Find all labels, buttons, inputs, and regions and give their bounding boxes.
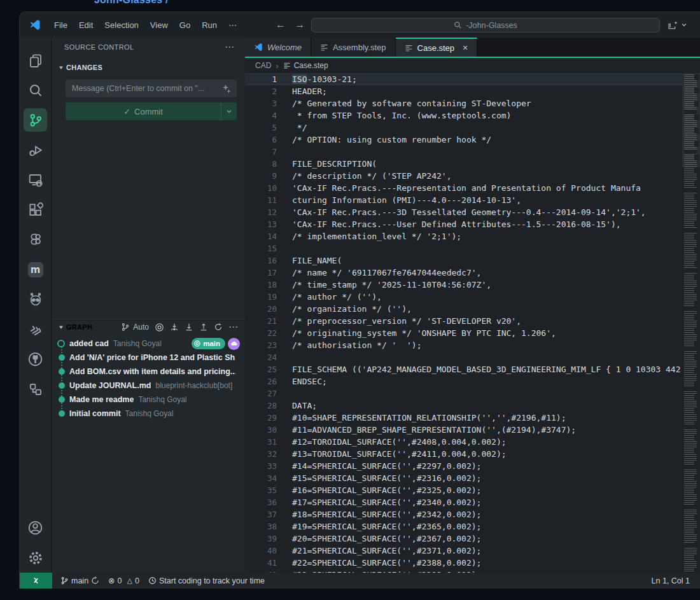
code-line[interactable]: 27 bbox=[245, 387, 682, 400]
graph-more-icon[interactable]: ⋯ bbox=[228, 321, 239, 333]
activity-triple-arrow-extension[interactable] bbox=[20, 314, 50, 344]
code-line[interactable]: 28DATA; bbox=[245, 400, 682, 412]
code-line[interactable]: 3/* Generated by software containing ST-… bbox=[245, 97, 682, 109]
code-line[interactable]: 40#21=SPHERICAL_SURFACE('',#2371,0.002); bbox=[245, 545, 682, 557]
menu-selection[interactable]: Selection bbox=[99, 18, 144, 32]
code-line[interactable]: 25FILE_SCHEMA (('AP242_MANAGED_MODEL_BAS… bbox=[245, 363, 682, 375]
code-line[interactable]: 16FILE_NAME( bbox=[245, 255, 682, 267]
activity-extensions[interactable] bbox=[20, 195, 50, 225]
background-repo-link[interactable]: John-Glasses / bbox=[94, 0, 169, 6]
code-line[interactable]: 34#15=SPHERICAL_SURFACE('',#2316,0.002); bbox=[245, 472, 682, 484]
activity-search[interactable] bbox=[20, 75, 50, 105]
code-line[interactable]: 11cturing Information (PMI)---4.0---2014… bbox=[245, 194, 682, 206]
code-line[interactable]: 35#16=SPHERICAL_SURFACE('',#2325,0.002); bbox=[245, 484, 682, 496]
code-line[interactable]: 5 */ bbox=[245, 122, 682, 134]
code-line[interactable]: 8FILE_DESCRIPTION( bbox=[245, 158, 682, 170]
menu-file[interactable]: File bbox=[48, 18, 73, 32]
commit-row[interactable]: Made me readmeTanishq Goyal bbox=[52, 393, 245, 407]
menu-run[interactable]: Run bbox=[196, 18, 223, 32]
account-button[interactable] bbox=[20, 513, 50, 543]
code-line[interactable]: 33#14=SPHERICAL_SURFACE('',#2297,0.002); bbox=[245, 460, 682, 472]
activity-remote-explorer[interactable] bbox=[20, 165, 50, 195]
code-line[interactable]: 31#12=TOROIDAL_SURFACE('',#2408,0.004,0.… bbox=[245, 436, 682, 448]
branch-badge[interactable]: main bbox=[192, 338, 225, 349]
code-line[interactable]: 37#18=SPHERICAL_SURFACE('',#2342,0.002); bbox=[245, 508, 682, 520]
minimap[interactable] bbox=[682, 73, 700, 573]
settings-button[interactable] bbox=[20, 543, 50, 573]
code-line[interactable]: 10'CAx-IF Rec.Pracs.---Representation an… bbox=[245, 182, 682, 194]
commit-row[interactable]: Initial commitTanishq Goyal bbox=[52, 407, 245, 421]
activity-linked-squares-extension[interactable] bbox=[20, 374, 50, 404]
activity-source-control[interactable] bbox=[20, 105, 50, 135]
target-icon[interactable] bbox=[155, 323, 164, 332]
pull-icon[interactable] bbox=[185, 323, 193, 331]
graph-section-header[interactable]: ▼ GRAPH Auto bbox=[52, 319, 245, 335]
tab-case-step[interactable]: Case.step× bbox=[396, 38, 478, 57]
menu-go[interactable]: Go bbox=[174, 18, 196, 32]
code-line[interactable]: 21/* preprocessor_version */ 'ST-DEVELOP… bbox=[245, 315, 682, 327]
code-line[interactable]: 39#20=SPHERICAL_SURFACE('',#2367,0.002); bbox=[245, 533, 682, 545]
more-actions-icon[interactable]: ⋯ bbox=[225, 41, 235, 53]
code-line[interactable]: 18/* time_stamp */ '2025-11-10T04:56:07Z… bbox=[245, 279, 682, 291]
back-icon[interactable]: ← bbox=[276, 19, 286, 31]
cursor-position[interactable]: Ln 1, Col 1 bbox=[647, 573, 700, 589]
code-line[interactable]: 4 * from STEP Tools, Inc. (www.steptools… bbox=[245, 109, 682, 122]
activity-alien-extension[interactable] bbox=[20, 284, 50, 314]
auto-label[interactable]: Auto bbox=[133, 323, 149, 331]
code-line[interactable]: 17/* name */ '69117067fe7647044eededc7', bbox=[245, 267, 682, 279]
cloud-badge[interactable] bbox=[228, 338, 240, 350]
code-line[interactable]: 36#17=SPHERICAL_SURFACE('',#2340,0.002); bbox=[245, 496, 682, 508]
code-line[interactable]: 13'CAx-IF Rec.Pracs.---User Defined Attr… bbox=[245, 218, 682, 230]
branch-status[interactable]: main bbox=[56, 573, 104, 589]
commit-button[interactable]: ✓ Commit bbox=[66, 102, 237, 120]
push-icon[interactable] bbox=[199, 323, 208, 331]
code-area[interactable]: 1ISO-10303-21;2HEADER;3/* Generated by s… bbox=[245, 73, 682, 573]
close-icon[interactable]: × bbox=[463, 43, 468, 53]
code-line[interactable]: 38#19=SPHERICAL_SURFACE('',#2365,0.002); bbox=[245, 520, 682, 533]
code-line[interactable]: 14/* implementation_level */ '2;1'); bbox=[245, 230, 682, 242]
tab-welcome[interactable]: Welcome bbox=[245, 38, 311, 57]
commit-row[interactable]: Add BOM.csv with item details and pricin… bbox=[52, 365, 245, 379]
forward-icon[interactable]: → bbox=[295, 19, 305, 31]
code-line[interactable]: 19/* author */ (''), bbox=[245, 291, 682, 303]
commit-message-input[interactable]: Message (Ctrl+Enter to commit on "... bbox=[66, 80, 237, 97]
activity-run-debug[interactable] bbox=[20, 135, 50, 165]
activity-github[interactable] bbox=[20, 344, 50, 374]
problems-status[interactable]: ⊗ 0 △ 0 bbox=[104, 573, 144, 589]
menu-view[interactable]: View bbox=[144, 18, 174, 32]
code-line[interactable]: 30#11=ADVANCED_BREP_SHAPE_REPRESENTATION… bbox=[245, 424, 682, 436]
command-center-search[interactable]: -John-Glasses bbox=[311, 18, 660, 32]
code-line[interactable]: 29#10=SHAPE_REPRESENTATION_RELATIONSHIP(… bbox=[245, 412, 682, 424]
code-line[interactable]: 1ISO-10303-21; bbox=[245, 73, 682, 85]
activity-figma[interactable] bbox=[20, 225, 50, 255]
breadcrumb-file[interactable]: Case.step bbox=[283, 61, 328, 70]
remote-indicator[interactable] bbox=[20, 573, 52, 589]
code-line[interactable]: 7 bbox=[245, 146, 682, 158]
code-line[interactable]: 22/* originating_system */ 'ONSHAPE BY P… bbox=[245, 327, 682, 339]
time-tracker-status[interactable]: Start coding to track your time bbox=[144, 573, 269, 589]
changes-section-header[interactable]: ▼ CHANGES bbox=[52, 60, 245, 74]
menu-[interactable]: ⋯ bbox=[223, 18, 242, 32]
commit-dropdown[interactable] bbox=[221, 102, 237, 120]
code-line[interactable]: 9/* description */ ('STEP AP242', bbox=[245, 170, 682, 182]
code-line[interactable]: 24 bbox=[245, 351, 682, 363]
branch-icon[interactable] bbox=[121, 323, 130, 331]
menu-edit[interactable]: Edit bbox=[73, 18, 99, 32]
commit-button-main[interactable]: ✓ Commit bbox=[66, 102, 221, 120]
code-line[interactable]: 15 bbox=[245, 242, 682, 255]
fetch-icon[interactable] bbox=[170, 323, 179, 331]
code-line[interactable]: 12'CAx-IF Rec.Pracs.---3D Tessellated Ge… bbox=[245, 206, 682, 218]
code-line[interactable]: 20/* organization */ (''), bbox=[245, 303, 682, 315]
refresh-icon[interactable] bbox=[214, 323, 223, 331]
code-line[interactable]: 32#13=TOROIDAL_SURFACE('',#2411,0.004,0.… bbox=[245, 448, 682, 460]
activity-explorer[interactable] bbox=[20, 45, 50, 75]
commit-row[interactable]: Add 'N/A' price for iPhone 12 and Plasti… bbox=[52, 351, 245, 365]
code-line[interactable]: 23/* authorisation */ ' '); bbox=[245, 339, 682, 351]
commit-row[interactable]: Update JOURNAL.mdblueprint-hackclub[bot] bbox=[52, 379, 245, 393]
activity-m-extension[interactable]: m bbox=[20, 255, 50, 284]
code-line[interactable]: 41#22=SPHERICAL_SURFACE('',#2388,0.002); bbox=[245, 557, 682, 569]
code-line[interactable]: 6/* OPTION: using custom renumber hook *… bbox=[245, 134, 682, 146]
breadcrumb-folder[interactable]: CAD bbox=[255, 61, 271, 70]
tab-assembly-step[interactable]: Assembly.step bbox=[311, 38, 396, 57]
commit-row[interactable]: added cadTanishq Goyalmain bbox=[52, 337, 245, 351]
